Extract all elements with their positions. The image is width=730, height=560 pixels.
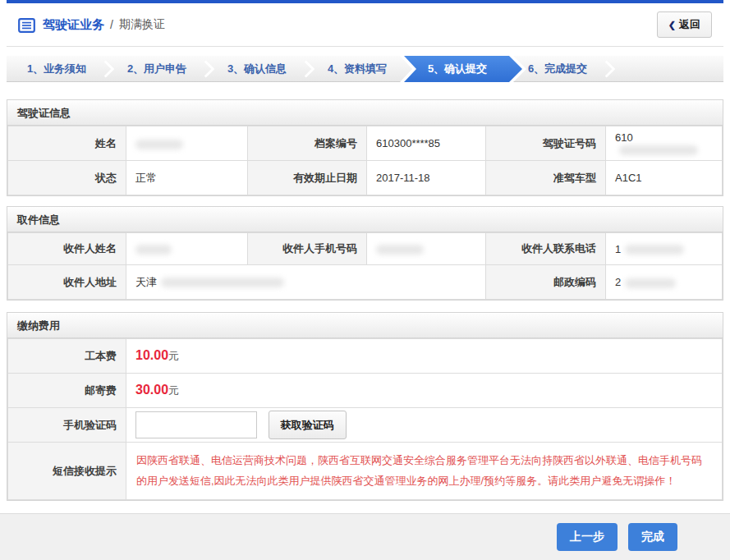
postage-fee-label: 邮寄费 bbox=[8, 374, 126, 408]
work-fee-amount: 10.00 bbox=[135, 348, 168, 362]
license-number-value: 610 bbox=[606, 126, 723, 161]
recipient-mobile-label: 收件人手机号码 bbox=[248, 233, 367, 265]
recipient-address-label: 收件人地址 bbox=[8, 265, 126, 300]
step-5-confirm-submit[interactable]: 5、确认提交 bbox=[407, 56, 507, 82]
sms-notice-cell: 因陕西省联通、电信运营商技术问题，陕西省互联网交通安全综合服务管理平台无法向持陕… bbox=[126, 443, 723, 500]
recipient-phone-value: 1 bbox=[606, 233, 723, 265]
postal-code-label: 邮政编码 bbox=[486, 265, 606, 300]
name-label: 姓名 bbox=[8, 126, 126, 161]
payment-section: 缴纳费用 工本费 10.00元 邮寄费 30.00元 手机验证码 获取验证码 短… bbox=[7, 312, 723, 501]
step-2-user-declaration[interactable]: 2、用户申告 bbox=[107, 56, 207, 82]
vehicle-class-value: A1C1 bbox=[606, 161, 723, 195]
redacted-address bbox=[161, 278, 284, 287]
breadcrumb-divider: / bbox=[110, 18, 113, 31]
name-value bbox=[126, 126, 248, 161]
postage-fee-value: 30.00元 bbox=[126, 374, 723, 408]
sms-code-input[interactable] bbox=[135, 411, 257, 438]
back-button[interactable]: ❮返回 bbox=[657, 11, 712, 38]
work-fee-label: 工本费 bbox=[8, 339, 126, 374]
pickup-info-table: 收件人姓名 收件人手机号码 收件人联系电话 1 收件人地址 天津 邮政编码 2 bbox=[7, 232, 723, 300]
redacted-license-number bbox=[619, 145, 698, 155]
redacted-mobile bbox=[376, 245, 424, 255]
footer-action-bar: 上一步 完成 bbox=[0, 513, 730, 560]
sms-code-label: 手机验证码 bbox=[8, 408, 126, 443]
expiry-value: 2017-11-18 bbox=[367, 161, 486, 195]
postal-code-value: 2 bbox=[606, 265, 723, 300]
wizard-step-bar: 1、业务须知 2、用户申告 3、确认信息 4、资料填写 5、确认提交 6、完成提… bbox=[7, 56, 723, 82]
pickup-info-section: 取件信息 收件人姓名 收件人手机号码 收件人联系电话 1 收件人地址 天津 邮政… bbox=[7, 206, 723, 301]
sms-code-cell: 获取验证码 bbox=[126, 408, 723, 443]
sms-notice-text: 因陕西省联通、电信运营商技术问题，陕西省互联网交通安全综合服务管理平台无法向持陕… bbox=[136, 454, 702, 487]
table-row: 姓名 档案编号 610300****85 驾驶证号码 610 bbox=[8, 126, 723, 161]
pickup-section-title: 取件信息 bbox=[7, 207, 723, 232]
file-number-label: 档案编号 bbox=[248, 126, 367, 161]
work-fee-value: 10.00元 bbox=[126, 339, 723, 374]
step-4-fill-materials[interactable]: 4、资料填写 bbox=[307, 56, 407, 82]
redacted-recipient-name bbox=[135, 245, 172, 255]
status-value: 正常 bbox=[126, 161, 248, 195]
recipient-name-label: 收件人姓名 bbox=[8, 233, 126, 265]
breadcrumb-current: 期满换证 bbox=[119, 17, 165, 32]
license-section-title: 驾驶证信息 bbox=[7, 100, 723, 126]
payment-section-title: 缴纳费用 bbox=[7, 313, 723, 338]
redacted-name bbox=[135, 140, 183, 149]
status-label: 状态 bbox=[8, 161, 126, 195]
license-renewal-page: 驾驶证业务 / 期满换证 ❮返回 1、业务须知 2、用户申告 3、确认信息 4、… bbox=[0, 0, 730, 560]
step-1-business-notice[interactable]: 1、业务须知 bbox=[7, 56, 107, 82]
table-row: 邮寄费 30.00元 bbox=[8, 374, 723, 408]
form-list-icon bbox=[18, 18, 35, 33]
redacted-postal-code bbox=[625, 278, 676, 288]
file-number-value: 610300****85 bbox=[367, 126, 486, 161]
sms-notice-label: 短信接收提示 bbox=[8, 443, 126, 500]
table-row: 状态 正常 有效期止日期 2017-11-18 准驾车型 A1C1 bbox=[8, 161, 723, 195]
license-number-label: 驾驶证号码 bbox=[486, 126, 606, 161]
expiry-label: 有效期止日期 bbox=[248, 161, 367, 195]
page-title: 驾驶证业务 bbox=[43, 17, 104, 33]
get-sms-code-button[interactable]: 获取验证码 bbox=[269, 411, 347, 439]
recipient-phone-label: 收件人联系电话 bbox=[486, 233, 606, 265]
back-button-label: 返回 bbox=[679, 18, 700, 30]
payment-table: 工本费 10.00元 邮寄费 30.00元 手机验证码 获取验证码 短信接收提示… bbox=[7, 338, 723, 500]
back-chevron-icon: ❮ bbox=[668, 20, 676, 30]
license-info-table: 姓名 档案编号 610300****85 驾驶证号码 610 状态 正常 有效期… bbox=[7, 126, 723, 195]
page-header: 驾驶证业务 / 期满换证 ❮返回 bbox=[7, 0, 723, 47]
recipient-address-value: 天津 bbox=[126, 265, 486, 300]
redacted-phone bbox=[625, 245, 684, 255]
postage-fee-unit: 元 bbox=[168, 384, 179, 397]
table-row: 收件人姓名 收件人手机号码 收件人联系电话 1 bbox=[8, 233, 723, 265]
license-info-section: 驾驶证信息 姓名 档案编号 610300****85 驾驶证号码 610 状态 … bbox=[7, 99, 723, 196]
step-3-confirm-info[interactable]: 3、确认信息 bbox=[207, 56, 307, 82]
recipient-name-value bbox=[126, 233, 248, 265]
work-fee-unit: 元 bbox=[168, 350, 179, 362]
vehicle-class-label: 准驾车型 bbox=[486, 161, 606, 195]
table-row: 收件人地址 天津 邮政编码 2 bbox=[8, 265, 723, 300]
table-row: 工本费 10.00元 bbox=[8, 339, 723, 374]
table-row: 短信接收提示 因陕西省联通、电信运营商技术问题，陕西省互联网交通安全综合服务管理… bbox=[8, 443, 723, 500]
previous-step-button[interactable]: 上一步 bbox=[557, 523, 618, 551]
postage-fee-amount: 30.00 bbox=[135, 383, 168, 397]
recipient-mobile-value bbox=[367, 233, 486, 265]
table-row: 手机验证码 获取验证码 bbox=[8, 408, 723, 443]
finish-button[interactable]: 完成 bbox=[628, 523, 677, 551]
